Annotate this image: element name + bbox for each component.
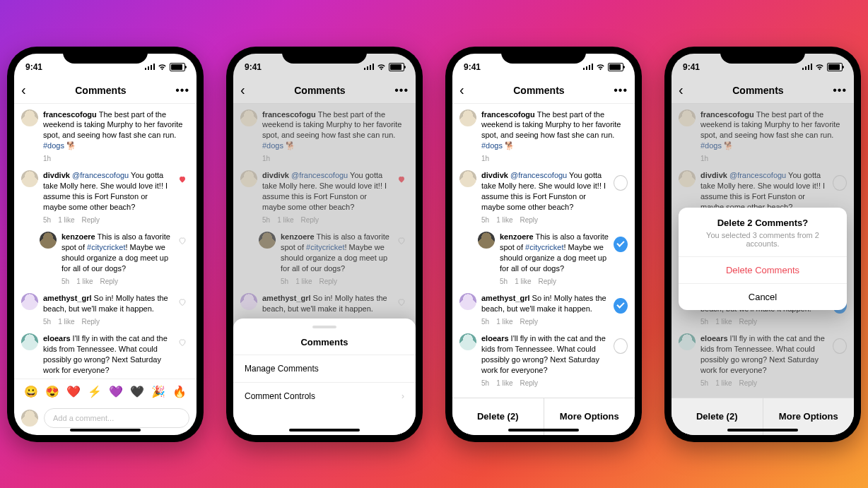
username[interactable]: eloears (43, 334, 71, 343)
comment-row: amethyst_grl So in! Molly hates the beac… (14, 287, 197, 328)
hashtag[interactable]: #dogs (43, 141, 64, 150)
grab-handle[interactable] (312, 326, 336, 328)
emoji-button[interactable]: ⚡ (88, 385, 102, 398)
wifi-icon (596, 64, 605, 71)
emoji-button[interactable]: 💜 (109, 385, 123, 398)
navbar: ‹ Comments ••• (14, 78, 197, 104)
hashtag[interactable]: #citycricket (87, 243, 125, 251)
battery-icon (608, 63, 623, 71)
comments-list[interactable]: francescofogu The best part of the weeke… (14, 104, 197, 379)
emoji-button[interactable]: 🔥 (172, 385, 187, 398)
signal-icon (583, 64, 593, 70)
action-sheet: Comments Manage Comments Comment Control… (233, 319, 416, 435)
home-indicator[interactable] (70, 429, 141, 432)
delete-comments-button[interactable]: Delete Comments (679, 256, 847, 283)
emoji-button[interactable]: ❤️ (66, 385, 81, 398)
emoji-quickbar: 😀 😍 ❤️ ⚡ 💜 🖤 🎉 🔥 (14, 379, 197, 404)
alert-title: Delete 2 Comments? (679, 208, 847, 231)
avatar[interactable] (40, 232, 57, 249)
battery-icon (170, 63, 185, 71)
avatar[interactable] (459, 293, 476, 310)
cancel-button[interactable]: Cancel (679, 283, 847, 310)
username[interactable]: francescofogu (43, 110, 97, 119)
manage-comments-row[interactable]: Manage Comments (233, 355, 416, 382)
delete-alert: Delete 2 Comments? You selected 3 commen… (679, 208, 847, 310)
comment-reply-row: kenzoere This is also a favorite spot of… (14, 226, 197, 287)
comment-controls-row[interactable]: Comment Controls› (233, 382, 416, 410)
like-icon[interactable] (178, 298, 187, 307)
select-checkbox[interactable] (614, 338, 628, 354)
select-checkbox[interactable] (614, 237, 628, 252)
username[interactable]: divdivk (43, 171, 70, 179)
home-indicator[interactable] (508, 429, 579, 432)
avatar[interactable] (459, 333, 476, 350)
alert-subtitle: You selected 3 comments from 2 accounts. (679, 231, 847, 256)
username[interactable]: kenzoere (61, 232, 95, 241)
notch (63, 47, 148, 64)
back-icon[interactable]: ‹ (21, 82, 26, 98)
status-time: 9:41 (25, 62, 42, 72)
sheet-title: Comments (233, 334, 416, 355)
emoji-button[interactable]: 😀 (24, 385, 38, 398)
avatar (21, 410, 38, 427)
like-icon[interactable] (178, 175, 187, 184)
emoji-button[interactable]: 😍 (45, 385, 59, 398)
more-icon[interactable]: ••• (175, 84, 189, 97)
phone-1: 9:41 ‹ Comments ••• francescofogu The be… (7, 47, 204, 442)
comment-row: divdivk @francescofogu You gotta take Mo… (14, 165, 197, 226)
home-indicator[interactable] (289, 429, 360, 432)
page-title: Comments (75, 85, 126, 96)
comment-input[interactable]: Add a comment... (44, 408, 189, 428)
chevron-right-icon: › (401, 391, 404, 401)
navbar: ‹ Comments ••• (452, 78, 635, 104)
comment-row: eloears I'll fly in with the cat and the… (14, 328, 197, 378)
avatar[interactable] (478, 232, 495, 249)
avatar[interactable] (459, 170, 476, 187)
emoji-button[interactable]: 🎉 (151, 385, 165, 398)
avatar[interactable] (21, 293, 38, 310)
avatar[interactable] (21, 170, 38, 187)
avatar[interactable] (21, 333, 38, 350)
home-indicator[interactable] (727, 429, 798, 432)
page-title: Comments (513, 85, 564, 96)
like-icon[interactable] (178, 237, 187, 245)
emoji-button[interactable]: 🖤 (130, 385, 144, 398)
select-checkbox[interactable] (614, 298, 628, 314)
select-checkbox[interactable] (614, 175, 628, 191)
status-time: 9:41 (464, 62, 481, 72)
back-icon[interactable]: ‹ (459, 82, 464, 98)
avatar[interactable] (21, 109, 38, 126)
phone-2: 9:41 ‹ Comments ••• francescofogu The be… (226, 47, 423, 442)
like-icon[interactable] (178, 338, 187, 347)
more-icon[interactable]: ••• (614, 84, 628, 97)
notch (501, 47, 586, 64)
phone-4: 9:41 ‹ Comments ••• francescofogu The be… (664, 47, 861, 442)
username[interactable]: amethyst_grl (43, 294, 91, 302)
comment-row: francescofogu The best part of the weeke… (14, 104, 197, 165)
signal-icon (145, 64, 155, 70)
mention[interactable]: @francescofogu (72, 171, 129, 179)
comments-list[interactable]: francescofogu The best part of the weeke… (452, 104, 635, 435)
phone-3: 9:41 ‹ Comments ••• francescofogu The be… (445, 47, 642, 442)
wifi-icon (158, 64, 167, 71)
avatar[interactable] (459, 109, 476, 126)
